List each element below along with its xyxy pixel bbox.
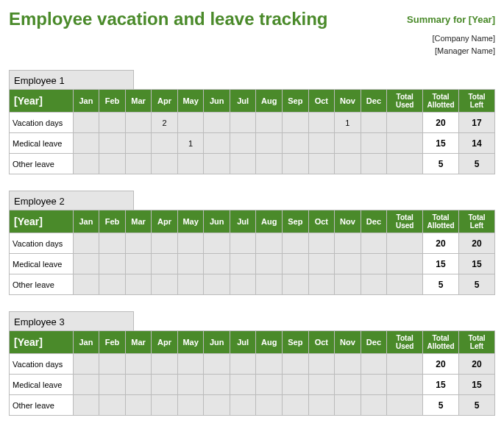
row-label: Medical leave <box>10 375 74 395</box>
total-allotted-cell: 5 <box>423 395 459 416</box>
col-total-allotted: Total Allotted <box>423 90 459 113</box>
table-row: Other leave55 <box>10 395 495 416</box>
total-left-cell: 15 <box>458 254 494 274</box>
col-year: [Year] <box>10 90 74 113</box>
month-cell <box>308 113 335 133</box>
month-cell <box>125 233 152 254</box>
col-total-left: Total Left <box>458 210 494 233</box>
month-cell <box>256 133 283 154</box>
month-cell <box>204 233 230 254</box>
month-cell: 1 <box>177 133 204 154</box>
col-month: Oct <box>308 210 335 233</box>
month-cell <box>335 375 361 395</box>
month-cell <box>125 354 152 375</box>
month-cell <box>308 133 335 154</box>
month-cell <box>308 354 335 375</box>
col-month: Aug <box>256 210 283 233</box>
total-left-cell: 5 <box>458 274 494 295</box>
month-cell <box>308 233 335 254</box>
month-cell <box>335 354 361 375</box>
total-left-cell: 20 <box>458 354 494 375</box>
month-cell <box>73 113 99 133</box>
table-row: Other leave55 <box>10 274 495 295</box>
total-used-cell <box>387 133 423 154</box>
col-month: Nov <box>335 210 361 233</box>
month-cell <box>99 395 126 416</box>
total-allotted-cell: 5 <box>423 154 459 174</box>
month-cell <box>308 395 335 416</box>
total-allotted-cell: 15 <box>423 375 459 395</box>
col-month: Jan <box>73 210 99 233</box>
total-used-cell <box>387 254 423 274</box>
month-cell <box>361 113 387 133</box>
month-cell <box>335 133 361 154</box>
month-cell <box>73 233 99 254</box>
month-cell <box>152 354 178 375</box>
table-row: Vacation days212017 <box>10 113 495 133</box>
month-cell <box>99 274 126 295</box>
total-used-cell <box>387 375 423 395</box>
month-cell <box>152 133 178 154</box>
month-cell <box>204 395 230 416</box>
manager-name: [Manager Name] <box>9 45 495 57</box>
table-row: Vacation days2020 <box>10 354 495 375</box>
month-cell <box>361 375 387 395</box>
month-cell <box>73 254 99 274</box>
month-cell <box>283 113 309 133</box>
col-month: Feb <box>99 210 126 233</box>
col-month: Sep <box>283 90 309 113</box>
total-allotted-cell: 5 <box>423 274 459 295</box>
employee-name: Employee 2 <box>9 191 134 210</box>
company-name: [Company Name] <box>9 32 495 45</box>
month-cell <box>73 274 99 295</box>
month-cell <box>73 354 99 375</box>
col-month: Sep <box>283 210 309 233</box>
row-label: Vacation days <box>10 113 74 133</box>
col-month: Aug <box>256 90 283 113</box>
month-cell <box>152 154 178 174</box>
month-cell <box>361 154 387 174</box>
month-cell <box>125 375 152 395</box>
total-allotted-cell: 15 <box>423 133 459 154</box>
col-month: Nov <box>335 90 361 113</box>
month-cell <box>204 375 230 395</box>
total-used-cell <box>387 395 423 416</box>
month-cell <box>125 395 152 416</box>
row-label: Vacation days <box>10 354 74 375</box>
month-cell <box>230 113 256 133</box>
row-label: Medical leave <box>10 133 74 154</box>
total-used-cell <box>387 154 423 174</box>
month-cell <box>283 233 309 254</box>
month-cell <box>308 274 335 295</box>
month-cell <box>256 375 283 395</box>
leave-table: [Year]JanFebMarAprMayJunJulAugSepOctNovD… <box>9 210 495 295</box>
col-month: Jan <box>73 331 99 354</box>
month-cell <box>361 233 387 254</box>
month-cell <box>99 113 126 133</box>
col-month: Jul <box>230 90 256 113</box>
col-month: Nov <box>335 331 361 354</box>
month-cell <box>256 395 283 416</box>
month-cell <box>204 133 230 154</box>
month-cell <box>283 254 309 274</box>
month-cell <box>204 154 230 174</box>
month-cell <box>125 254 152 274</box>
month-cell <box>177 354 204 375</box>
page-title: Employee vacation and leave tracking <box>9 9 328 29</box>
month-cell <box>230 354 256 375</box>
month-cell <box>99 133 126 154</box>
table-row: Medical leave1515 <box>10 375 495 395</box>
col-month: Aug <box>256 331 283 354</box>
col-total-left: Total Left <box>458 90 494 113</box>
col-month: Feb <box>99 90 126 113</box>
col-month: Oct <box>308 90 335 113</box>
total-left-cell: 5 <box>458 154 494 174</box>
col-month: Apr <box>152 90 178 113</box>
month-cell <box>125 154 152 174</box>
total-left-cell: 20 <box>458 233 494 254</box>
total-used-cell <box>387 354 423 375</box>
total-left-cell: 15 <box>458 375 494 395</box>
total-left-cell: 17 <box>458 113 494 133</box>
month-cell <box>256 354 283 375</box>
col-year: [Year] <box>10 331 74 354</box>
